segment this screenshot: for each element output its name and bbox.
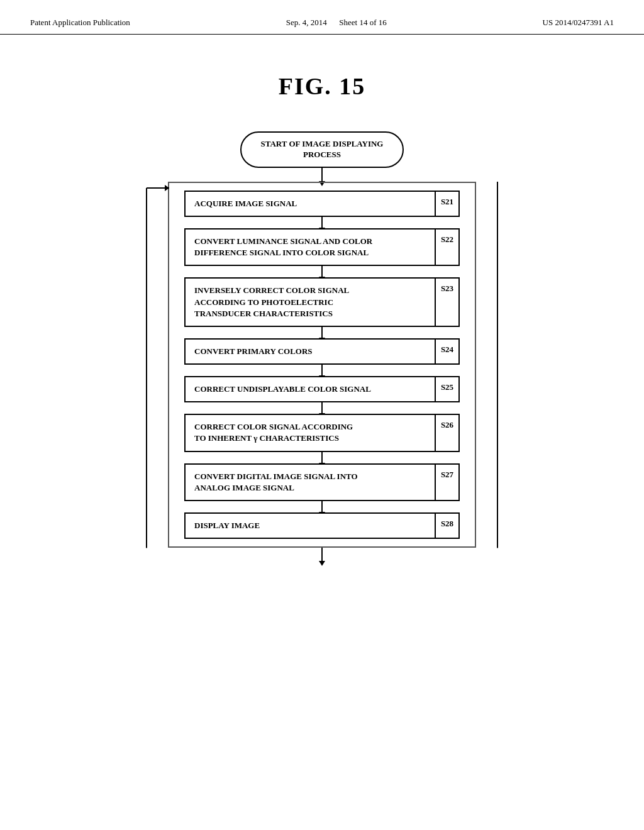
step-s22: CONVERT LUMINANCE SIGNAL AND COLORDIFFER…	[184, 228, 460, 266]
step-s26-label: S26	[435, 415, 458, 450]
step-s28: DISPLAY IMAGE S28	[184, 512, 460, 539]
step-s23-label: S23	[435, 279, 458, 326]
header-right: US 2014/0247391 A1	[543, 18, 614, 28]
arrow-s26-s27	[321, 452, 323, 463]
step-s21: ACQUIRE IMAGE SIGNAL S21	[184, 191, 460, 217]
step-s21-text: ACQUIRE IMAGE SIGNAL	[186, 192, 435, 216]
step-s25: CORRECT UNDISPLAYABLE COLOR SIGNAL S25	[184, 376, 460, 402]
step-s26-text: CORRECT COLOR SIGNAL ACCORDINGTO INHEREN…	[186, 415, 435, 450]
patent-publication-label: Patent Application Publication	[30, 18, 130, 27]
sheet-number: Sheet 14 of 16	[339, 18, 386, 27]
back-arrow-svg	[144, 182, 169, 548]
patent-number: US 2014/0247391 A1	[543, 18, 614, 27]
arrow-s23-s24	[321, 327, 323, 338]
step-s24: CONVERT PRIMARY COLORS S24	[184, 338, 460, 365]
svg-marker-2	[165, 185, 169, 191]
steps-frame: ACQUIRE IMAGE SIGNAL S21 CONVERT LUMINAN…	[168, 182, 476, 548]
step-s27-label: S27	[435, 465, 458, 500]
step-s25-text: CORRECT UNDISPLAYABLE COLOR SIGNAL	[186, 377, 435, 401]
header-left: Patent Application Publication	[30, 18, 130, 28]
step-s25-label: S25	[435, 377, 458, 401]
step-s22-label: S22	[435, 230, 458, 265]
page-header: Patent Application Publication Sep. 4, 2…	[0, 0, 644, 35]
figure-title: FIG. 15	[0, 72, 644, 100]
publication-date: Sep. 4, 2014	[286, 18, 327, 27]
arrow-s24-s25	[321, 365, 323, 376]
arrow-s22-s23	[321, 266, 323, 277]
arrow-s25-s26	[321, 402, 323, 414]
step-s21-label: S21	[435, 192, 458, 216]
step-s24-label: S24	[435, 340, 458, 363]
step-s28-label: S28	[435, 514, 458, 538]
main-frame: ACQUIRE IMAGE SIGNAL S21 CONVERT LUMINAN…	[168, 182, 476, 548]
start-label: START OF IMAGE DISPLAYINGPROCESS	[261, 139, 384, 159]
step-s27-text: CONVERT DIGITAL IMAGE SIGNAL INTOANALOG …	[186, 465, 435, 500]
arrow-bottom	[321, 548, 323, 562]
step-s28-text: DISPLAY IMAGE	[186, 514, 435, 538]
arrow-s21-s22	[321, 217, 323, 228]
flowchart-inner: ACQUIRE IMAGE SIGNAL S21 CONVERT LUMINAN…	[169, 183, 475, 546]
step-s24-text: CONVERT PRIMARY COLORS	[186, 340, 435, 363]
step-s22-text: CONVERT LUMINANCE SIGNAL AND COLORDIFFER…	[186, 230, 435, 265]
start-oval: START OF IMAGE DISPLAYINGPROCESS	[240, 131, 404, 168]
step-s23: INVERSELY CORRECT COLOR SIGNALACCORDING …	[184, 277, 460, 327]
header-center: Sep. 4, 2014 Sheet 14 of 16	[286, 18, 387, 28]
step-s27: CONVERT DIGITAL IMAGE SIGNAL INTOANALOG …	[184, 463, 460, 501]
step-s26: CORRECT COLOR SIGNAL ACCORDINGTO INHEREN…	[184, 414, 460, 451]
arrow-start-to-s21	[321, 168, 323, 182]
arrow-s27-s28	[321, 501, 323, 512]
step-s23-text: INVERSELY CORRECT COLOR SIGNALACCORDING …	[186, 279, 435, 326]
right-back-arrow-svg	[475, 182, 500, 548]
